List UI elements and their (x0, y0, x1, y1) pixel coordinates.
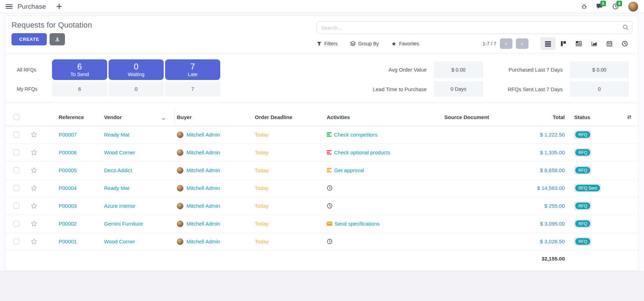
activity-label[interactable]: Check optional products (334, 149, 390, 155)
pivot-view-button[interactable] (571, 37, 586, 50)
create-button[interactable]: CREATE (12, 33, 47, 45)
activity-clock-icon[interactable] (327, 203, 333, 209)
row-checkbox[interactable] (14, 185, 20, 191)
search-icon[interactable] (622, 24, 629, 32)
vendor-link[interactable]: Wood Corner (104, 238, 135, 244)
messages-badge: 5 (600, 1, 606, 6)
activity-tasks-icon[interactable] (327, 132, 332, 137)
activity-label[interactable]: Send specifications (334, 221, 379, 227)
reference-link[interactable]: P00006 (59, 149, 77, 155)
vendor-link[interactable]: Wood Corner (104, 149, 135, 155)
graph-view-button[interactable] (586, 37, 602, 50)
column-header-total[interactable]: Total (525, 109, 569, 126)
debug-bug-icon[interactable] (581, 3, 587, 9)
buyer-link[interactable]: Mitchell Admin (186, 221, 220, 227)
reference-link[interactable]: P00001 (59, 238, 77, 244)
row-checkbox[interactable] (14, 167, 20, 173)
buyer-link[interactable]: Mitchell Admin (186, 149, 220, 155)
to-send-kpi-button[interactable]: 6To Send (52, 59, 107, 80)
my-waiting-cell[interactable]: 0 (109, 82, 164, 96)
activity-label[interactable]: Get approval (334, 167, 364, 173)
vendor-link[interactable]: Azure Interior (104, 203, 135, 209)
user-avatar[interactable] (628, 1, 638, 12)
row-checkbox[interactable] (14, 238, 20, 244)
calendar-icon (606, 41, 613, 47)
table-row[interactable]: P00001 Wood Corner Mitchell Admin Today … (6, 233, 638, 250)
activity-clock-icon[interactable] (327, 185, 333, 191)
column-header-order-deadline[interactable]: Order Deadline (253, 109, 325, 126)
list-view-button[interactable] (540, 37, 556, 50)
reference-link[interactable]: P00003 (59, 203, 77, 209)
favorites-button[interactable]: Favorites (391, 41, 419, 46)
favorite-star-icon[interactable] (31, 220, 50, 227)
column-header-reference[interactable]: Reference (50, 109, 102, 126)
favorite-star-icon[interactable] (31, 149, 50, 156)
row-checkbox[interactable] (14, 221, 20, 227)
activity-tasks-icon[interactable] (327, 150, 332, 155)
search-input[interactable] (317, 21, 632, 34)
export-download-button[interactable] (50, 33, 65, 45)
table-row[interactable]: P00002 Gemini Furniture Mitchell Admin T… (6, 215, 638, 233)
reference-link[interactable]: P00004 (59, 185, 77, 191)
vendor-link[interactable]: Gemini Furniture (104, 221, 143, 227)
table-row[interactable]: P00005 Deco Addict Mitchell Admin Today … (6, 161, 638, 179)
favorite-star-icon[interactable] (31, 185, 50, 191)
buyer-link[interactable]: Mitchell Admin (186, 203, 220, 209)
select-all-checkbox[interactable] (14, 114, 20, 120)
pager-previous-button[interactable]: ‹ (500, 38, 512, 49)
kanban-view-button[interactable] (556, 37, 571, 50)
activity-clock-icon[interactable] (327, 238, 333, 244)
favorite-star-icon[interactable] (31, 203, 50, 209)
app-name[interactable]: Purchase (17, 3, 46, 10)
messages-icon[interactable]: 5 (596, 3, 603, 10)
my-late-cell[interactable]: 7 (165, 82, 220, 96)
buyer-link[interactable]: Mitchell Admin (186, 185, 220, 191)
plus-icon[interactable] (57, 4, 62, 9)
table-row[interactable]: P00006 Wood Corner Mitchell Admin Today … (6, 144, 638, 161)
buyer-link[interactable]: Mitchell Admin (186, 167, 220, 173)
column-header-status[interactable]: Status (569, 109, 620, 126)
vendor-link[interactable]: Ready Mat (104, 132, 129, 138)
reference-link[interactable]: P00005 (59, 167, 77, 173)
row-checkbox[interactable] (14, 203, 20, 209)
waiting-kpi-button[interactable]: 0Waiting (109, 59, 164, 80)
avg-order-value-label: Avg Order Value (373, 67, 427, 73)
column-header-buyer[interactable]: Buyer (175, 109, 253, 126)
favorite-star-icon[interactable] (31, 238, 50, 245)
row-checkbox[interactable] (14, 149, 20, 155)
apps-menu-icon[interactable] (6, 4, 13, 9)
source-document (442, 161, 525, 179)
late-kpi-button[interactable]: 7Late (165, 59, 220, 80)
column-header-vendor[interactable]: Vendor (102, 109, 175, 126)
table-row[interactable]: P00003 Azure Interior Mitchell Admin Tod… (6, 197, 638, 215)
order-deadline: Today (255, 238, 269, 244)
buyer-avatar (177, 167, 184, 174)
favorite-star-icon[interactable] (31, 167, 50, 174)
reference-link[interactable]: P00002 (59, 221, 77, 227)
activity-tasks-icon[interactable] (327, 168, 332, 173)
activity-label[interactable]: Check competitors (334, 132, 377, 138)
calendar-view-button[interactable] (602, 37, 617, 50)
buyer-link[interactable]: Mitchell Admin (186, 132, 220, 138)
activity-view-button[interactable] (617, 37, 632, 50)
row-checkbox[interactable] (14, 132, 20, 138)
vendor-link[interactable]: Ready Mat (104, 185, 129, 191)
filters-button[interactable]: Filters (317, 41, 338, 46)
buyer-avatar (177, 220, 184, 227)
favorite-star-icon[interactable] (31, 131, 50, 138)
column-header-activities[interactable]: Activities (325, 109, 442, 126)
buyer-link[interactable]: Mitchell Admin (186, 238, 220, 244)
optional-columns-icon[interactable] (620, 114, 638, 120)
vendor-link[interactable]: Deco Addict (104, 167, 132, 173)
filter-funnel-icon (317, 41, 322, 46)
group-by-button[interactable]: Group By (350, 41, 379, 46)
table-row[interactable]: P00007 Ready Mat Mitchell Admin Today Ch… (6, 126, 638, 144)
column-header-source-document[interactable]: Source Document (442, 109, 525, 126)
my-to-send-cell[interactable]: 6 (52, 82, 107, 96)
pager-next-button[interactable]: › (516, 38, 528, 49)
activities-clock-icon[interactable]: 9 (612, 3, 619, 10)
reference-link[interactable]: P00007 (59, 132, 77, 138)
rfqs-sent-value: 0 (570, 81, 629, 97)
activity-mail-icon[interactable] (327, 221, 332, 226)
table-row[interactable]: P00004 Ready Mat Mitchell Admin Today $ … (6, 179, 638, 197)
